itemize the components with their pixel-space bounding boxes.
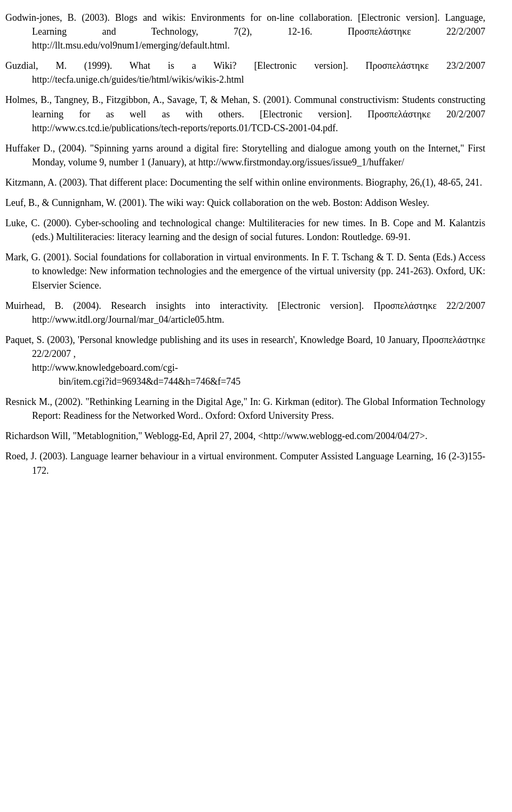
ref-text: Holmes, B., Tangney, B., Fitzgibbon, A.,…	[5, 93, 485, 134]
ref-entry-roed: Roed, J. (2003). Language learner behavi…	[5, 449, 485, 477]
ref-entry-leuf: Leuf, B., & Cunnignham, W. (2001). The w…	[5, 196, 485, 210]
ref-entry-godwin-jones: Godwin-jones, B. (2003). Blogs and wikis…	[5, 11, 485, 52]
ref-text: Paquet, S. (2003), 'Personal knowledge p…	[5, 333, 485, 388]
ref-entry-mark: Mark, G. (2001). Social foundations for …	[5, 250, 485, 292]
references-container: Godwin-jones, B. (2003). Blogs and wikis…	[5, 11, 485, 477]
ref-text: Luke, C. (2000). Cyber-schooling and tec…	[5, 216, 485, 244]
ref-entry-kitzmann: Kitzmann, A. (2003). That different plac…	[5, 176, 485, 189]
ref-text: Roed, J. (2003). Language learner behavi…	[5, 449, 485, 477]
ref-text: Resnick M., (2002). "Rethinking Learning…	[5, 395, 485, 423]
ref-text: Kitzmann, A. (2003). That different plac…	[5, 176, 485, 189]
ref-text: Mark, G. (2001). Social foundations for …	[5, 250, 485, 292]
ref-text: Guzdial, M. (1999). What is a Wiki? [Ele…	[5, 59, 485, 86]
ref-entry-holmes: Holmes, B., Tangney, B., Fitzgibbon, A.,…	[5, 93, 485, 134]
ref-text: Muirhead, B. (2004). Research insights i…	[5, 299, 485, 327]
ref-entry-richardson: Richardson Will, "Metablognition," Weblo…	[5, 429, 485, 443]
ref-entry-luke: Luke, C. (2000). Cyber-schooling and tec…	[5, 216, 485, 244]
ref-entry-huffaker: Huffaker D., (2004). "Spinning yarns aro…	[5, 141, 485, 169]
ref-entry-muirhead: Muirhead, B. (2004). Research insights i…	[5, 299, 485, 327]
ref-entry-resnick: Resnick M., (2002). "Rethinking Learning…	[5, 395, 485, 423]
ref-text: Huffaker D., (2004). "Spinning yarns aro…	[5, 141, 485, 169]
ref-text: Godwin-jones, B. (2003). Blogs and wikis…	[5, 11, 485, 52]
ref-text: Richardson Will, "Metablognition," Weblo…	[5, 429, 485, 443]
ref-entry-guzdial: Guzdial, M. (1999). What is a Wiki? [Ele…	[5, 59, 485, 86]
ref-entry-paquet: Paquet, S. (2003), 'Personal knowledge p…	[5, 333, 485, 388]
ref-text: Leuf, B., & Cunnignham, W. (2001). The w…	[5, 196, 485, 210]
